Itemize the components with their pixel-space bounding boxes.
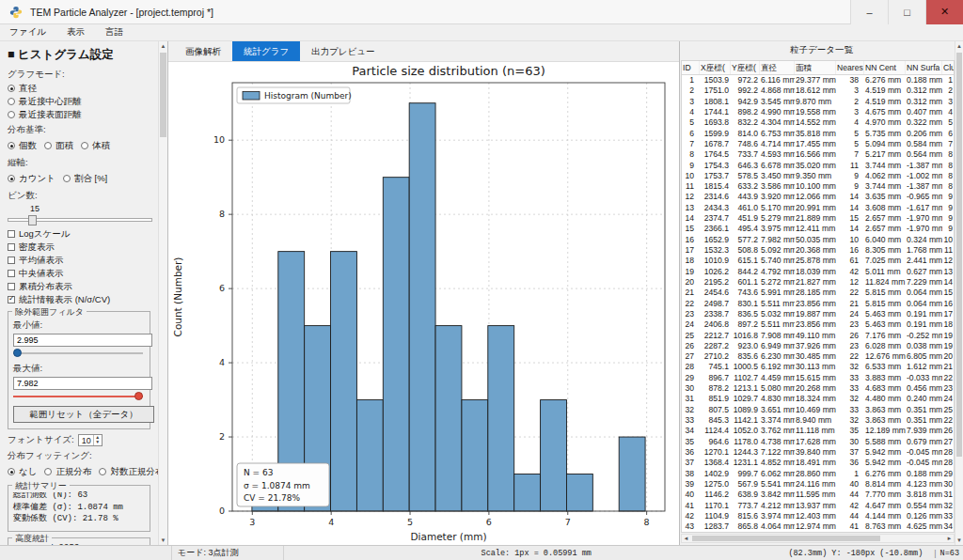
close-button[interactable]: ✕ (925, 0, 963, 24)
fitting-option-2[interactable]: 対数正規分布 (99, 466, 158, 477)
scroll-down-icon[interactable]: ▼ (159, 536, 167, 545)
bins-slider-handle[interactable] (28, 215, 37, 226)
tab-image-analysis[interactable]: 画像解析 (174, 41, 232, 61)
spinner-arrows-icon[interactable]: ▲▼ (93, 435, 102, 445)
table-row[interactable]: 11503.9972.26.116 mm29.377 mm386.276 mm0… (682, 75, 954, 86)
table-row[interactable]: 171532.3508.85.092 mm20.368 mm168.305 mm… (682, 245, 954, 256)
table-row[interactable]: 28745.11000.56.192 mm30.113 mm326.533 mm… (682, 362, 954, 372)
table-row[interactable]: 181010.9615.15.740 mm25.878 mm617.025 mm… (682, 256, 954, 266)
graph-mode-option-2[interactable]: 最近接表面距離 (8, 109, 154, 120)
table-row[interactable]: 381402.9999.76.062 mm28.860 mm16.276 mm0… (682, 469, 954, 479)
table-row[interactable]: 431283.7865.84.064 mm12.974 mm418.763 mm… (682, 521, 954, 532)
table-row[interactable]: 341124.41052.03.762 mm11.118 mm3512.189 … (682, 426, 954, 436)
vaxis-option-1[interactable]: 割合 [%] (63, 173, 107, 184)
table-row[interactable]: 142374.7451.95.279 mm21.889 mm152.657 mm… (682, 213, 954, 224)
minimize-button[interactable]: – (850, 0, 888, 24)
toggle-option-4[interactable]: 累積分布表示 (8, 281, 154, 292)
tab-statistics-graph[interactable]: 統計グラフ (232, 41, 300, 61)
hscroll-thumb[interactable] (692, 536, 880, 541)
vaxis-option-0[interactable]: カウント (8, 173, 55, 184)
column-header[interactable]: Neares (836, 61, 864, 74)
column-header[interactable]: Y座標( (731, 61, 760, 74)
font-size-spinner[interactable]: 10▲▼ (78, 434, 103, 446)
column-header[interactable]: ID (682, 61, 700, 74)
column-header[interactable]: 直径 (760, 61, 795, 74)
toggle-option-1[interactable]: 密度表示 (8, 241, 154, 253)
table-row[interactable]: 232338.7836.55.032 mm19.887 mm245.463 mm… (682, 309, 954, 319)
min-value-input[interactable] (13, 334, 152, 347)
table-row[interactable]: 71678.7748.64.714 mm17.455 mm55.094 mm0.… (682, 139, 954, 149)
scroll-down-icon[interactable]: ▼ (955, 536, 963, 545)
scroll-left-icon[interactable]: ◄ (682, 534, 690, 543)
dist-basis-option-1[interactable]: 面積 (44, 140, 73, 151)
scroll-up-icon[interactable]: ▲ (159, 41, 167, 51)
table-row[interactable]: 242406.8897.25.511 mm23.856 mm235.463 mm… (682, 319, 954, 330)
table-row[interactable]: 132434.3461.05.170 mm20.991 mm143.608 mm… (682, 203, 954, 213)
column-header[interactable]: X座標( (700, 61, 731, 74)
dist-basis-option-0[interactable]: 個数 (8, 140, 37, 151)
menu-file[interactable]: ファイル (9, 26, 46, 39)
table-row[interactable]: 101753.7578.53.450 mm9.350 mm94.062 mm-1… (682, 171, 954, 181)
fitting-option-0[interactable]: なし (8, 466, 37, 477)
table-row[interactable]: 33845.31142.13.374 mm8.940 mm323.863 mm0… (682, 415, 954, 426)
bins-slider[interactable] (8, 214, 152, 226)
menu-language[interactable]: 言語 (105, 26, 123, 39)
table-row[interactable]: 41744.1898.24.990 mm19.558 mm34.675 mm0.… (682, 107, 954, 117)
min-slider-handle-icon[interactable] (13, 349, 22, 357)
table-vertical-scrollbar[interactable]: ▲ ▼ (955, 41, 963, 545)
table-row[interactable]: 441080.6750.84.062 mm12.958 mm424.144 mm… (682, 532, 954, 533)
table-row[interactable]: 152366.1495.43.975 mm12.411 mm142.657 mm… (682, 224, 954, 234)
table-row[interactable]: 191026.2844.24.792 mm18.039 mm425.011 mm… (682, 267, 954, 277)
table-row[interactable]: 222498.7830.15.511 mm23.856 mm215.815 mm… (682, 299, 954, 309)
table-row[interactable]: 91754.3646.36.678 mm35.020 mm113.744 mm-… (682, 161, 954, 171)
vscroll-thumb[interactable] (956, 53, 962, 457)
max-value-slider[interactable] (13, 391, 143, 402)
table-row[interactable]: 35964.61178.04.738 mm17.628 mm305.588 mm… (682, 437, 954, 447)
range-reset-button[interactable]: 範囲リセット（全データ） (13, 406, 154, 423)
maximize-button[interactable]: □ (888, 0, 925, 24)
table-row[interactable]: 391275.0567.95.541 mm24.116 mm408.814 mm… (682, 479, 954, 490)
min-value-slider[interactable] (13, 348, 143, 359)
tab-output-preview[interactable]: 出力プレビュー (300, 41, 386, 61)
table-row[interactable]: 252212.71016.87.908 mm49.110 mm267.176 m… (682, 331, 954, 341)
graph-mode-option-0[interactable]: 直径 (8, 83, 154, 94)
table-row[interactable]: 361270.11244.37.122 mm39.840 mm375.942 m… (682, 447, 954, 458)
table-row[interactable]: 371368.41231.14.852 mm18.491 mm365.942 m… (682, 458, 954, 468)
table-row[interactable]: 31808.1942.93.545 mm9.870 mm24.519 mm0.3… (682, 97, 954, 107)
table-row[interactable]: 81764.5733.74.593 mm16.566 mm75.217 mm0.… (682, 149, 954, 160)
table-row[interactable]: 31851.91029.74.830 mm18.324 mm324.480 mm… (682, 394, 954, 404)
table-row[interactable]: 21751.0992.24.868 mm18.612 mm34.519 mm0.… (682, 86, 954, 96)
table-row[interactable]: 262287.2923.06.949 mm37.926 mm236.028 mm… (682, 341, 954, 351)
menu-view[interactable]: 表示 (67, 26, 85, 39)
table-row[interactable]: 421104.9815.63.974 mm12.403 mm444.144 mm… (682, 511, 954, 521)
toggle-option-2[interactable]: 平均値表示 (8, 255, 154, 266)
table-row[interactable]: 61599.9814.06.753 mm35.818 mm55.735 mm0.… (682, 129, 954, 139)
table-row[interactable]: 202195.2601.15.272 mm21.827 mm1211.824 m… (682, 277, 954, 288)
table-row[interactable]: 411170.1773.74.212 mm13.937 mm424.647 mm… (682, 501, 954, 511)
scroll-right-icon[interactable]: ► (945, 534, 954, 543)
sidebar-scrollbar[interactable]: ▲ ▼ (158, 41, 167, 545)
table-row[interactable]: 30878.21213.15.080 mm20.268 mm334.683 mm… (682, 383, 954, 394)
graph-mode-option-1[interactable]: 最近接中心距離 (8, 96, 154, 107)
fitting-option-1[interactable]: 正規分布 (44, 466, 91, 477)
scroll-up-icon[interactable]: ▲ (955, 41, 963, 51)
column-header[interactable]: 面積 (795, 61, 836, 74)
table-row[interactable]: 212454.6743.65.991 mm28.185 mm225.815 mm… (682, 288, 954, 298)
column-header[interactable]: NN Cent (864, 61, 906, 74)
table-row[interactable]: 29896.71102.74.459 mm15.615 mm333.883 mm… (682, 373, 954, 383)
max-value-input[interactable] (13, 377, 152, 390)
table-row[interactable]: 401146.2638.93.842 mm11.595 mm447.770 mm… (682, 490, 954, 500)
table-row[interactable]: 272710.2835.66.230 mm30.485 mm2212.676 m… (682, 351, 954, 362)
table-row[interactable]: 32807.51089.93.651 mm10.469 mm333.863 mm… (682, 405, 954, 415)
toggle-option-3[interactable]: 中央値表示 (8, 268, 154, 279)
dist-basis-option-2[interactable]: 体積 (81, 140, 110, 151)
toggle-option-5[interactable]: 統計情報表示 (N/σ/CV) (8, 294, 154, 305)
table-horizontal-scrollbar[interactable]: ◄ ► (681, 534, 955, 543)
sidebar-scroll-thumb[interactable] (160, 53, 166, 137)
toggle-option-0[interactable]: Logスケール (8, 228, 154, 240)
table-row[interactable]: 122314.6443.93.920 mm12.066 mm143.635 mm… (682, 192, 954, 202)
max-slider-handle-icon[interactable] (134, 392, 143, 400)
table-row[interactable]: 161652.9577.27.982 mm50.035 mm106.040 mm… (682, 235, 954, 245)
table-row[interactable]: 111815.4633.23.586 mm10.100 mm93.744 mm-… (682, 181, 954, 192)
column-header[interactable]: NN Surfa (906, 61, 942, 74)
